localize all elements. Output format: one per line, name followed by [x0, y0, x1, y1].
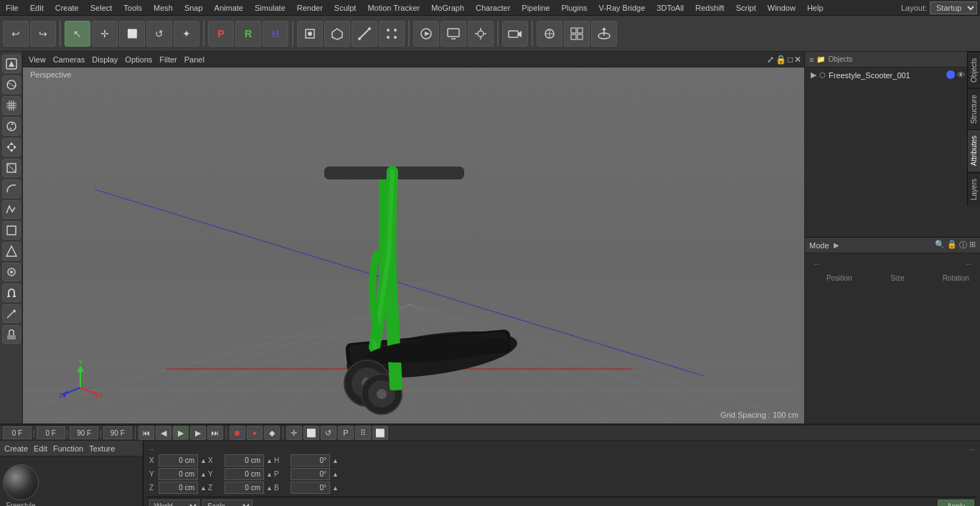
viewport-options-icon[interactable]: □	[788, 55, 793, 65]
menu-mograph[interactable]: MoGraph	[425, 2, 470, 14]
mode-info-icon[interactable]: ⓘ	[959, 240, 967, 250]
current-frame-field[interactable]	[3, 426, 32, 439]
mode-lock-icon[interactable]: 🔒	[947, 240, 957, 250]
coord-p-val[interactable]	[291, 468, 330, 480]
scale-select[interactable]: Scale Uniform Non-uniform	[202, 500, 253, 506]
display-menu[interactable]: Display	[92, 55, 118, 64]
material-item[interactable]: Freestyle	[3, 464, 39, 506]
point-mode-button[interactable]	[379, 21, 405, 47]
paint-tool[interactable]	[2, 263, 21, 281]
options-menu[interactable]: Options	[125, 55, 152, 64]
menu-simulate[interactable]: Simulate	[249, 2, 291, 14]
menu-character[interactable]: Character	[470, 2, 516, 14]
total-frames-field[interactable]	[103, 426, 132, 439]
box-tool[interactable]	[2, 221, 21, 240]
menu-vray[interactable]: V-Ray Bridge	[593, 2, 651, 14]
knife-tool[interactable]	[2, 304, 21, 323]
coord-x-pos[interactable]	[159, 454, 198, 467]
scale-tool-button[interactable]: ⬜	[119, 21, 145, 47]
start-frame-field[interactable]	[37, 426, 65, 439]
move-view-tool[interactable]	[2, 138, 21, 156]
tab-layers[interactable]: Layers	[968, 172, 980, 206]
coord-x2-val[interactable]	[225, 454, 264, 467]
coord-z-pos[interactable]	[159, 482, 198, 494]
scale-view-tool[interactable]	[2, 159, 21, 177]
record-button[interactable]: ⏺	[230, 426, 245, 440]
mat-texture-btn[interactable]: Texture	[89, 444, 115, 453]
menu-redshift[interactable]: Redshift	[689, 2, 730, 14]
apply-button[interactable]: Apply	[938, 500, 974, 506]
polygon-mode-button[interactable]	[324, 21, 350, 47]
viewport-resize-icon[interactable]: ⤢	[767, 55, 774, 65]
menu-edit[interactable]: Edit	[24, 2, 50, 14]
mode-grid-icon[interactable]: ⊞	[969, 240, 976, 250]
edge-mode-button[interactable]	[352, 21, 377, 47]
auto-key-button[interactable]: ●	[247, 426, 263, 440]
coord-p-step-up[interactable]: ▲	[332, 471, 338, 478]
render-button[interactable]	[413, 21, 439, 47]
menu-window[interactable]: Window	[762, 2, 801, 14]
coord-y-step-up[interactable]: ▲	[200, 471, 206, 478]
select-tool-button[interactable]: ↖	[65, 21, 90, 47]
rotate-tool-button[interactable]: ↺	[146, 21, 172, 47]
camera-button[interactable]	[502, 21, 528, 47]
menu-script[interactable]: Script	[730, 2, 762, 14]
undo-button[interactable]: ↩	[3, 21, 29, 47]
coord-x2-step-up[interactable]: ▲	[266, 457, 272, 464]
coord-h-val[interactable]	[291, 454, 330, 467]
tree-expand-icon[interactable]: ▶	[811, 70, 816, 80]
expand-button[interactable]: ⬜	[372, 426, 388, 440]
viewport-close-icon[interactable]: ✕	[794, 55, 801, 65]
object-visible-icon[interactable]: 👁	[957, 70, 965, 80]
menu-render[interactable]: Render	[291, 2, 329, 14]
x-axis-button[interactable]: P	[208, 21, 234, 47]
play-button[interactable]: ▶	[173, 426, 189, 440]
coord-z2-val[interactable]	[225, 482, 264, 494]
menu-select[interactable]: Select	[85, 2, 118, 14]
cameras-menu[interactable]: Cameras	[53, 55, 85, 64]
view-menu[interactable]: View	[29, 55, 46, 64]
grid-button[interactable]	[564, 21, 590, 47]
end-frame-field[interactable]	[70, 426, 98, 439]
mat-function-btn[interactable]: Function	[53, 444, 83, 453]
goto-end-button[interactable]: ⏭	[207, 426, 223, 440]
coord-b-val[interactable]	[291, 482, 330, 494]
tab-objects[interactable]: Objects	[968, 52, 980, 88]
mat-create-btn[interactable]: Create	[4, 444, 28, 453]
prev-frame-button[interactable]: ◀	[156, 426, 171, 440]
menu-file[interactable]: File	[0, 2, 24, 14]
menu-animate[interactable]: Animate	[209, 2, 249, 14]
preview-button[interactable]: P	[338, 426, 354, 440]
move-keys-button[interactable]: ✛	[286, 426, 302, 440]
menu-sculpt[interactable]: Sculpt	[329, 2, 362, 14]
menu-create[interactable]: Create	[50, 2, 85, 14]
y-axis-button[interactable]: R	[235, 21, 261, 47]
tab-structure[interactable]: Structure	[968, 88, 980, 130]
menu-pipeline[interactable]: Pipeline	[516, 2, 555, 14]
workplane-button[interactable]	[591, 21, 617, 47]
dots-button[interactable]: ⠿	[355, 426, 371, 440]
mode-arrow-icon[interactable]: ▶	[834, 241, 839, 249]
key-button[interactable]: ◆	[264, 426, 280, 440]
coord-z2-step-up[interactable]: ▲	[266, 484, 272, 492]
object-mode-button[interactable]	[297, 21, 323, 47]
coord-b-step-up[interactable]: ▲	[332, 484, 338, 492]
coord-h-step-up[interactable]: ▲	[332, 457, 338, 464]
menu-help[interactable]: Help	[801, 2, 829, 14]
grid-tool[interactable]	[2, 96, 21, 115]
coord-z-step-up[interactable]: ▲	[200, 484, 206, 492]
world-select[interactable]: World Object Parent	[149, 500, 199, 506]
material-paint-tool[interactable]	[2, 325, 21, 344]
panel-menu[interactable]: Panel	[184, 55, 204, 64]
spline-tool[interactable]	[2, 200, 21, 219]
mat-edit-btn[interactable]: Edit	[34, 444, 47, 453]
coord-y2-step-up[interactable]: ▲	[266, 471, 272, 478]
deform-tool[interactable]	[2, 179, 21, 198]
mode-search-icon[interactable]: 🔍	[935, 240, 945, 250]
object-tree-item[interactable]: ▶ ⬡ Freestyle_Scooter_001 👁 ⚙	[805, 67, 980, 83]
rotate-keys-button[interactable]: ↺	[321, 426, 336, 440]
goto-start-button[interactable]: ⏮	[138, 426, 154, 440]
panel-menu-icon[interactable]: ≡	[809, 55, 814, 64]
scale-keys-button[interactable]: ⬜	[303, 426, 319, 440]
menu-plugins[interactable]: Plugins	[555, 2, 593, 14]
